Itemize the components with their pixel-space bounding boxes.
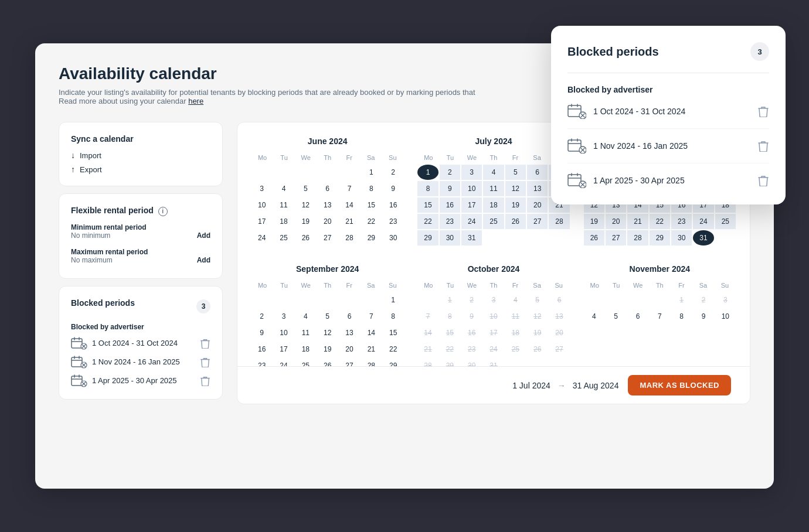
day-cell[interactable]: 18 <box>483 197 504 213</box>
day-cell[interactable]: 26 <box>505 214 526 229</box>
day-cell[interactable]: 30 <box>440 230 460 245</box>
day-1-july[interactable]: 1 <box>417 165 438 180</box>
day-cell[interactable]: 25 <box>483 214 504 229</box>
day-cell[interactable]: 19 <box>295 214 316 229</box>
day-cell[interactable]: 10 <box>715 309 736 324</box>
mark-blocked-button[interactable]: MARK AS BLOCKED <box>628 375 731 395</box>
day-cell[interactable]: 24 <box>693 214 713 229</box>
day-cell[interactable]: 22 <box>361 214 382 229</box>
day-cell[interactable]: 23 <box>440 214 460 229</box>
day-cell[interactable]: 4 <box>483 165 504 180</box>
day-cell[interactable]: 27 <box>527 214 548 229</box>
day-cell[interactable]: 17 <box>461 197 482 213</box>
day-cell[interactable]: 12 <box>317 325 338 340</box>
day-cell[interactable]: 26 <box>584 230 604 245</box>
day-cell[interactable]: 24 <box>461 214 482 229</box>
popup-trash-1[interactable] <box>757 105 769 117</box>
day-cell[interactable]: 17 <box>273 342 294 357</box>
day-cell[interactable]: 30 <box>383 230 403 245</box>
day-cell[interactable]: 23 <box>383 214 403 229</box>
day-cell[interactable]: 30 <box>671 230 692 245</box>
day-cell[interactable]: 9 <box>251 325 272 340</box>
day-cell[interactable]: 20 <box>317 214 338 229</box>
day-cell[interactable]: 25 <box>273 230 294 245</box>
day-cell[interactable]: 22 <box>650 214 670 229</box>
day-cell[interactable]: 16 <box>251 342 272 357</box>
day-cell[interactable]: 20 <box>339 342 359 357</box>
day-cell[interactable]: 19 <box>584 214 604 229</box>
day-cell[interactable]: 8 <box>671 309 692 324</box>
day-cell[interactable]: 18 <box>273 214 294 229</box>
export-link[interactable]: Export <box>71 165 210 174</box>
day-cell[interactable]: 13 <box>317 197 338 213</box>
day-cell[interactable]: 2 <box>383 165 403 180</box>
day-cell[interactable]: 11 <box>295 325 316 340</box>
day-cell[interactable]: 27 <box>606 230 626 245</box>
day-31-august[interactable]: 31 <box>693 230 713 245</box>
day-cell[interactable]: 16 <box>383 197 403 213</box>
day-cell[interactable]: 26 <box>295 230 316 245</box>
day-cell[interactable]: 5 <box>606 309 626 324</box>
day-cell[interactable]: 15 <box>361 197 382 213</box>
max-add-link[interactable]: Add <box>197 256 210 264</box>
day-cell[interactable]: 3 <box>251 181 272 196</box>
day-cell[interactable]: 22 <box>417 214 438 229</box>
day-cell[interactable]: 28 <box>339 230 359 245</box>
day-cell[interactable]: 9 <box>440 181 460 196</box>
day-cell[interactable]: 5 <box>505 165 526 180</box>
day-cell[interactable]: 7 <box>361 309 382 324</box>
day-cell[interactable]: 28 <box>549 214 569 229</box>
day-cell[interactable]: 8 <box>361 181 382 196</box>
day-cell[interactable]: 11 <box>273 197 294 213</box>
popup-trash-2[interactable] <box>757 140 769 152</box>
day-cell[interactable]: 21 <box>361 342 382 357</box>
day-cell[interactable]: 4 <box>295 309 316 324</box>
trash-icon-3[interactable] <box>200 376 210 386</box>
day-cell[interactable]: 29 <box>650 230 670 245</box>
day-cell[interactable]: 2 <box>440 165 460 180</box>
day-cell[interactable]: 20 <box>527 197 548 213</box>
day-cell[interactable]: 31 <box>461 230 482 245</box>
day-cell[interactable]: 28 <box>627 230 648 245</box>
day-cell[interactable]: 23 <box>671 214 692 229</box>
day-cell[interactable]: 13 <box>527 181 548 196</box>
trash-icon-2[interactable] <box>200 357 210 367</box>
day-cell[interactable]: 8 <box>417 181 438 196</box>
day-cell[interactable]: 6 <box>317 181 338 196</box>
day-cell[interactable]: 2 <box>251 309 272 324</box>
day-cell[interactable]: 12 <box>505 181 526 196</box>
day-cell[interactable]: 4 <box>584 309 604 324</box>
day-cell[interactable]: 27 <box>317 230 338 245</box>
day-cell[interactable]: 20 <box>606 214 626 229</box>
day-cell[interactable]: 4 <box>273 181 294 196</box>
day-cell[interactable]: 5 <box>317 309 338 324</box>
here-link[interactable]: here <box>188 97 203 105</box>
day-cell[interactable]: 29 <box>417 230 438 245</box>
day-cell[interactable]: 9 <box>693 309 713 324</box>
day-cell[interactable]: 14 <box>339 197 359 213</box>
day-cell[interactable]: 18 <box>295 342 316 357</box>
day-cell[interactable]: 10 <box>461 181 482 196</box>
day-cell[interactable]: 13 <box>339 325 359 340</box>
import-link[interactable]: Import <box>71 151 210 160</box>
day-cell[interactable]: 9 <box>383 181 403 196</box>
day-cell[interactable]: 16 <box>440 197 460 213</box>
day-cell[interactable]: 6 <box>339 309 359 324</box>
trash-icon-1[interactable] <box>200 338 210 349</box>
day-cell[interactable]: 14 <box>361 325 382 340</box>
day-cell[interactable]: 5 <box>295 181 316 196</box>
day-cell[interactable]: 12 <box>295 197 316 213</box>
day-cell[interactable]: 19 <box>505 197 526 213</box>
day-cell[interactable]: 1 <box>383 292 403 308</box>
popup-trash-3[interactable] <box>757 175 769 186</box>
day-cell[interactable]: 3 <box>461 165 482 180</box>
day-cell[interactable]: 17 <box>251 214 272 229</box>
day-cell[interactable]: 3 <box>273 309 294 324</box>
day-cell[interactable]: 21 <box>627 214 648 229</box>
day-cell[interactable]: 11 <box>483 181 504 196</box>
day-cell[interactable]: 15 <box>417 197 438 213</box>
day-cell[interactable]: 10 <box>251 197 272 213</box>
day-cell[interactable]: 25 <box>715 214 736 229</box>
day-cell[interactable]: 10 <box>273 325 294 340</box>
day-cell[interactable]: 7 <box>339 181 359 196</box>
